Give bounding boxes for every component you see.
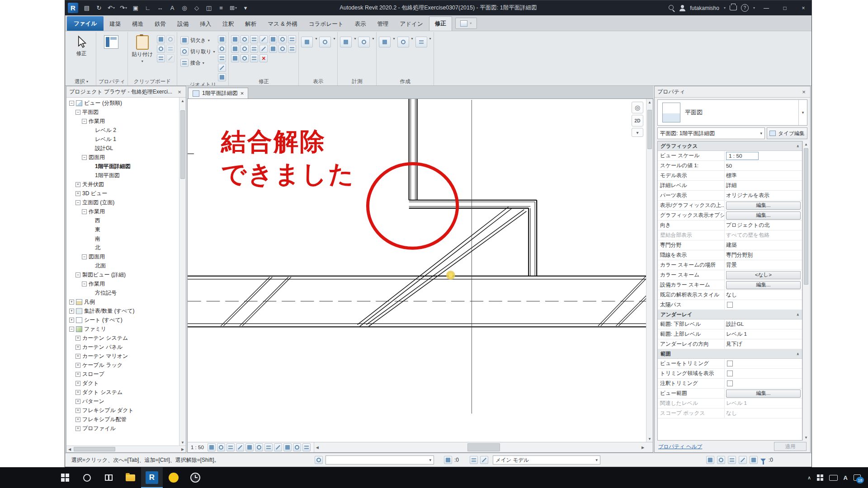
create-assembly-icon[interactable]	[397, 37, 409, 47]
ime-mode-icon[interactable]: A	[844, 474, 848, 481]
tree-item[interactable]: 南	[66, 234, 179, 243]
ribbon-tab-マス & 外構[interactable]: マス & 外構	[262, 17, 303, 31]
delete-icon[interactable]: ×	[259, 54, 268, 62]
property-value[interactable]	[725, 369, 802, 378]
canvas-horizontal-scrollbar[interactable]: ◀ ▶	[314, 442, 646, 452]
property-value[interactable]: 見下げ	[725, 339, 802, 349]
create-parts-icon[interactable]	[379, 37, 391, 47]
unpin-icon[interactable]	[278, 45, 287, 53]
tree-item[interactable]: +プロファイル	[66, 424, 179, 433]
edit-type-button[interactable]: タイプ編集	[767, 127, 807, 139]
cut-icon[interactable]	[157, 35, 165, 43]
section-collapse-icon[interactable]: ∧	[797, 144, 800, 148]
ribbon-tab-構造[interactable]: 構造	[127, 17, 149, 31]
checkbox[interactable]	[727, 371, 733, 376]
2d-navigation-icon[interactable]: 2D	[632, 115, 643, 127]
expand-plus-icon[interactable]: +	[75, 390, 80, 395]
aligned-dimension-icon[interactable]: ↔	[154, 3, 166, 13]
expand-minus-icon[interactable]: −	[75, 110, 80, 115]
scroll-right-icon[interactable]: ▶	[640, 442, 646, 452]
match-type-icon[interactable]	[157, 54, 165, 62]
property-value[interactable]	[725, 379, 802, 388]
rendering-icon[interactable]	[245, 443, 254, 451]
expand-minus-icon[interactable]: −	[82, 209, 87, 214]
ribbon-tab-修正[interactable]: 修正	[429, 16, 452, 31]
switch-windows-icon[interactable]: ⊞▾	[227, 3, 239, 13]
copy-icon[interactable]	[241, 45, 249, 53]
ribbon-tab-設備[interactable]: 設備	[172, 17, 194, 31]
cope-icon[interactable]	[180, 36, 189, 44]
properties-scrollbar[interactable]: ▲ ▼	[802, 141, 809, 441]
expand-plus-icon[interactable]: +	[75, 191, 80, 196]
tree-item[interactable]: +ケーブル ラック	[66, 361, 179, 370]
tree-item[interactable]: 設計GL	[66, 144, 179, 153]
section-icon[interactable]: ◫	[203, 3, 215, 13]
constraints-icon[interactable]	[302, 443, 311, 451]
offset-icon[interactable]	[241, 35, 249, 43]
tree-item[interactable]: −図面用	[66, 153, 179, 162]
pin-icon[interactable]	[288, 35, 296, 43]
scrollbar-thumb[interactable]	[467, 443, 500, 451]
maximize-button[interactable]: □	[778, 2, 792, 14]
property-section-header[interactable]: アンダーレイ∧	[658, 310, 802, 319]
design-option-icon[interactable]	[470, 456, 478, 464]
keyboard-icon[interactable]	[829, 475, 838, 481]
split-gap-icon[interactable]	[278, 35, 287, 43]
property-value[interactable]: 標準	[725, 171, 802, 180]
scroll-down-icon[interactable]: ▼	[646, 436, 653, 442]
ribbon-tab-コラボレート[interactable]: コラボレート	[303, 17, 349, 31]
visual-style-icon[interactable]	[217, 443, 225, 451]
mirror-pick-icon[interactable]	[259, 35, 268, 43]
demolish-icon[interactable]	[218, 54, 226, 62]
property-value[interactable]: 50	[725, 161, 802, 170]
tree-item[interactable]: −作業用	[66, 279, 179, 288]
show-crop-icon[interactable]	[264, 443, 273, 451]
property-value[interactable]: 編集...	[725, 280, 802, 290]
user-menu-caret-icon[interactable]: ▾	[724, 6, 726, 10]
expand-minus-icon[interactable]: −	[75, 200, 80, 205]
open-documents-icon[interactable]: ▤	[81, 3, 93, 13]
shadows-icon[interactable]	[236, 443, 244, 451]
scroll-down-icon[interactable]: ▼	[179, 439, 186, 446]
worksets-combobox[interactable]: ▾	[326, 455, 434, 465]
tree-item[interactable]: −作業用	[66, 117, 179, 126]
cut-profile-icon[interactable]	[250, 54, 258, 62]
cut-geometry-button[interactable]: 切り取り▾	[179, 47, 216, 56]
select-links-icon[interactable]	[717, 456, 725, 464]
checkbox[interactable]	[727, 361, 733, 366]
select-group-label[interactable]: 選択 ▾	[69, 78, 94, 85]
tree-item[interactable]: +シート (すべて)	[66, 315, 179, 324]
zoom-tool-icon[interactable]: ▾	[632, 128, 643, 137]
section-collapse-icon[interactable]: ∧	[797, 352, 800, 356]
expand-plus-icon[interactable]: +	[75, 372, 80, 377]
paste-aligned-icon[interactable]	[166, 35, 175, 43]
tree-item[interactable]: 東	[66, 225, 179, 234]
tree-item[interactable]: +凡例	[66, 297, 179, 306]
browser-horizontal-scrollbar[interactable]: ◀ ▶	[66, 446, 186, 452]
store-cart-icon[interactable]	[730, 5, 737, 10]
reveal-hidden-icon[interactable]	[283, 443, 292, 451]
value-combobox[interactable]: 1 : 50	[726, 152, 759, 160]
tree-item[interactable]: +カーテン マリオン	[66, 352, 179, 361]
help-caret-icon[interactable]: ▾	[753, 6, 755, 10]
tree-item[interactable]: +集計表/数量 (すべて)	[66, 306, 179, 315]
redo-icon[interactable]: ↷▾	[118, 3, 129, 13]
ribbon-tab-表示[interactable]: 表示	[349, 17, 372, 31]
ribbon-tab-アドイン[interactable]: アドイン	[395, 17, 429, 31]
customize-qat-icon[interactable]: ▾	[240, 3, 251, 13]
property-value[interactable]: なし	[725, 290, 802, 300]
property-value[interactable]: <なし>	[725, 270, 802, 280]
analytical-icon[interactable]	[293, 443, 301, 451]
drag-on-selection-icon[interactable]	[750, 456, 758, 464]
temporary-hide-icon[interactable]	[274, 443, 282, 451]
start-button[interactable]	[54, 467, 76, 488]
ribbon-tab-挿入[interactable]: 挿入	[194, 17, 217, 31]
trim-single-icon[interactable]	[231, 54, 239, 62]
signed-in-user[interactable]: futakamisho	[690, 5, 719, 11]
scale-icon[interactable]	[269, 45, 277, 53]
hide-elements-icon[interactable]	[319, 37, 331, 47]
scroll-right-icon[interactable]: ▶	[179, 446, 186, 452]
type-selector-caret-icon[interactable]: ▾	[798, 100, 807, 125]
join-icon[interactable]	[180, 59, 189, 67]
ribbon-tab-建築[interactable]: 建築	[104, 17, 126, 31]
